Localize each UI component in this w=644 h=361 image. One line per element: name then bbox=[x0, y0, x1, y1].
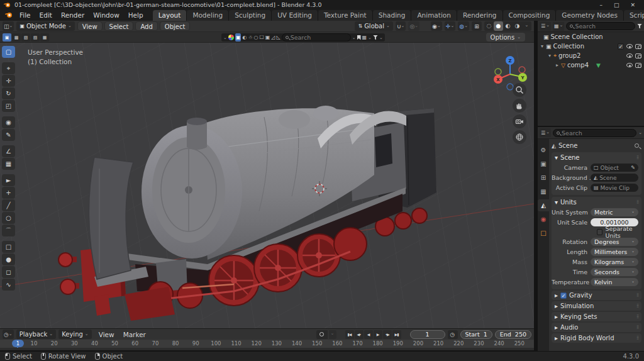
overlays-dropdown-button[interactable]: ◍ bbox=[458, 21, 469, 31]
workspace-tab[interactable]: Sculpting bbox=[229, 10, 272, 21]
xray-toggle-button[interactable]: ⊞ bbox=[472, 21, 482, 31]
collapsed-section-header[interactable]: Audio ⁞⁞ bbox=[552, 323, 641, 332]
collapse-icon[interactable] bbox=[555, 154, 558, 161]
tool-scale[interactable]: ◰ bbox=[2, 100, 15, 112]
bookmark-icon[interactable] bbox=[357, 35, 361, 40]
tab-world[interactable]: ◉ bbox=[538, 213, 549, 225]
tool-sphere-none[interactable]: ● bbox=[2, 253, 15, 265]
drag-handle-icon[interactable]: ⁞⁞ bbox=[636, 325, 638, 330]
exclude-checkbox[interactable]: ✓ bbox=[618, 43, 624, 50]
drag-handle-icon[interactable]: ⁞⁞ bbox=[636, 292, 638, 298]
drag-handle-icon[interactable]: ⁞⁞ bbox=[636, 335, 638, 341]
drag-handle-icon[interactable]: ⁞⁞ bbox=[636, 314, 638, 319]
collapsed-section-header[interactable]: Rigid Body World ⁞⁞ bbox=[552, 333, 641, 343]
outliner-search[interactable] bbox=[566, 22, 635, 30]
use-preview-range-button[interactable]: ◷ bbox=[448, 330, 458, 339]
tool-add-point[interactable]: + bbox=[2, 187, 15, 199]
menu-item[interactable]: Edit bbox=[35, 9, 57, 21]
select-extend-mode-button[interactable]: ▩ bbox=[12, 33, 21, 42]
outliner-search-input[interactable] bbox=[575, 23, 613, 30]
jump-to-start-button[interactable]: ▮◀ bbox=[345, 330, 354, 339]
workspace-tab[interactable]: Texture Paint bbox=[318, 10, 373, 21]
expand-icon[interactable] bbox=[539, 43, 545, 49]
hide-icon[interactable] bbox=[626, 63, 633, 67]
outliner-row-comp4[interactable]: ▽ comp4 ▼ bbox=[538, 60, 644, 70]
locomotive-model[interactable] bbox=[58, 106, 436, 321]
properties-search[interactable] bbox=[553, 129, 636, 137]
tool-move[interactable]: ✛ bbox=[2, 75, 15, 87]
unit-dropdown[interactable]: Kilograms bbox=[591, 258, 638, 266]
tool-add-square[interactable]: □ bbox=[2, 241, 15, 253]
menu-item[interactable]: File bbox=[15, 9, 35, 21]
pin-icon[interactable] bbox=[635, 143, 639, 148]
units-section-header[interactable]: Units ⁞⁞ bbox=[552, 197, 641, 207]
viewport-menu-item[interactable]: Select bbox=[104, 21, 134, 31]
expand-icon[interactable] bbox=[554, 62, 560, 68]
workspace-tab[interactable]: Rendering bbox=[457, 10, 503, 21]
scene-lights-icon[interactable]: ☐ bbox=[260, 33, 264, 42]
unit-system-dropdown[interactable]: Metric bbox=[591, 208, 638, 216]
editor-type-button[interactable]: ◫ bbox=[3, 21, 14, 31]
collapsed-section-header[interactable]: Keying Sets ⁞⁞ bbox=[552, 312, 641, 321]
timeline-menu-item[interactable]: View bbox=[94, 329, 119, 340]
auto-keying-dropdown-icon[interactable] bbox=[329, 330, 336, 339]
workspace-tab[interactable]: Modeling bbox=[187, 10, 229, 21]
outliner-row-scene-collection[interactable]: ▣ Scene Collection bbox=[538, 32, 644, 42]
search-input[interactable] bbox=[291, 34, 347, 41]
current-frame-field[interactable]: 1 bbox=[410, 330, 445, 339]
viewport-canvas[interactable] bbox=[0, 43, 534, 328]
eyedropper-icon[interactable]: ✎ bbox=[631, 165, 635, 170]
tool-annotate[interactable]: ✎ bbox=[2, 129, 15, 141]
cavity-icon[interactable]: ◺ bbox=[276, 33, 280, 42]
workspace-tab[interactable]: Animation bbox=[411, 10, 457, 21]
collapse-icon[interactable] bbox=[555, 199, 558, 206]
workspace-tab[interactable]: Shading bbox=[373, 10, 412, 21]
studio-light-icon[interactable]: ☃ bbox=[248, 33, 252, 42]
collections-icon[interactable]: ▦ bbox=[362, 33, 367, 42]
outliner-editor-type-button[interactable]: ☰ bbox=[540, 22, 551, 31]
wireframe-shading-button[interactable]: ◌ bbox=[484, 21, 494, 31]
background-scene-field[interactable]: ◭ Scene bbox=[591, 174, 638, 182]
tool-add-cube[interactable]: ▦ bbox=[2, 158, 15, 170]
close-button[interactable]: ✕ bbox=[630, 2, 635, 8]
matcap-icon[interactable]: ○ bbox=[254, 33, 258, 42]
timeline-menu-item[interactable]: Marker bbox=[119, 329, 150, 340]
tool-cursor[interactable]: ⌖ bbox=[2, 62, 15, 74]
backface-icon[interactable]: ◿ bbox=[271, 33, 275, 42]
properties-search-input[interactable] bbox=[562, 130, 606, 136]
tool-measure[interactable]: ∠ bbox=[2, 145, 15, 157]
playback-menu[interactable]: Playback bbox=[16, 330, 57, 339]
disable-render-icon[interactable] bbox=[635, 44, 641, 49]
workspace-tab[interactable]: Layout bbox=[153, 10, 187, 21]
collapse-icon[interactable] bbox=[555, 292, 558, 299]
active-clip-field[interactable]: ▤ Movie Clip bbox=[591, 184, 638, 192]
rendered-shading-button[interactable]: ◑ bbox=[513, 21, 522, 31]
scene-world-icon[interactable]: ▣ bbox=[265, 33, 270, 42]
drag-handle-icon[interactable]: ⁞⁞ bbox=[636, 199, 638, 205]
proportional-edit-button[interactable]: ◎ bbox=[408, 21, 419, 31]
collapse-icon[interactable] bbox=[555, 303, 558, 309]
unit-dropdown[interactable]: Millimeters bbox=[591, 248, 638, 256]
tool-add-arc[interactable]: ⌒ bbox=[2, 225, 15, 236]
tab-tool[interactable]: ⚙ bbox=[538, 144, 549, 156]
workspace-tab[interactable]: UV Editing bbox=[272, 10, 318, 21]
select-intersect-mode-button[interactable]: ▦ bbox=[40, 33, 49, 42]
gravity-checkbox[interactable]: ✓ bbox=[560, 292, 567, 299]
tab-view-layer[interactable]: ▦ bbox=[538, 186, 549, 197]
options-button[interactable]: Options bbox=[486, 33, 525, 42]
minimize-button[interactable]: – bbox=[599, 2, 602, 8]
tool-arcs[interactable]: ∿ bbox=[2, 279, 15, 291]
viewport-menu-item[interactable]: Add bbox=[135, 21, 157, 31]
panel-divider[interactable] bbox=[534, 21, 538, 351]
tab-render[interactable]: ▣ bbox=[538, 158, 549, 170]
gravity-section-header[interactable]: ✓ Gravity ⁞⁞ bbox=[552, 291, 641, 300]
drag-handle-icon[interactable]: ⁞⁞ bbox=[636, 303, 638, 309]
tool-rounded-square[interactable]: ◻ bbox=[2, 266, 15, 278]
jump-to-end-button[interactable]: ▶▮ bbox=[392, 330, 401, 339]
maximize-button[interactable]: □ bbox=[614, 2, 619, 8]
tab-output[interactable]: ⊞ bbox=[538, 172, 549, 184]
play-reverse-button[interactable]: ◀ bbox=[364, 330, 373, 339]
outliner-row-collection[interactable]: ▣ Collection ✓ bbox=[538, 42, 644, 51]
disable-render-icon[interactable] bbox=[635, 63, 641, 68]
tool-select-box[interactable]: ▢ bbox=[2, 46, 15, 58]
